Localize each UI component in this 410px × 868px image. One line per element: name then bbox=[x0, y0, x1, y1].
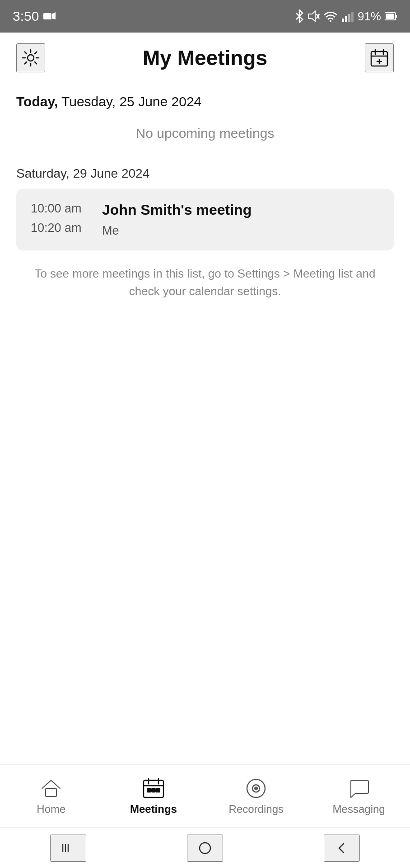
meeting-title: John Smith's meeting bbox=[102, 202, 379, 218]
home-button[interactable] bbox=[187, 835, 223, 862]
meeting-times: 10:00 am 10:20 am bbox=[31, 202, 89, 235]
settings-button[interactable] bbox=[16, 43, 45, 72]
recordings-icon bbox=[244, 777, 268, 800]
messaging-icon bbox=[347, 777, 371, 800]
svg-rect-25 bbox=[147, 788, 151, 792]
page-title: My Meetings bbox=[143, 46, 267, 70]
status-time: 3:50 bbox=[13, 9, 56, 24]
nav-item-recordings[interactable]: Recordings bbox=[229, 777, 284, 816]
nav-label-recordings: Recordings bbox=[229, 803, 284, 816]
nav-label-meetings: Meetings bbox=[130, 803, 177, 816]
meeting-host: Me bbox=[102, 224, 379, 238]
app-header: My Meetings bbox=[0, 33, 410, 80]
recent-apps-button[interactable] bbox=[50, 835, 86, 862]
svg-rect-37 bbox=[200, 843, 210, 854]
svg-rect-7 bbox=[345, 16, 347, 22]
today-date: Tuesday, 25 June 2024 bbox=[61, 94, 201, 109]
section-date-heading: Saturday, 29 June 2024 bbox=[16, 166, 394, 181]
svg-point-13 bbox=[28, 55, 34, 61]
battery-text: 91% bbox=[358, 9, 381, 24]
svg-marker-1 bbox=[52, 12, 56, 19]
status-icons: 91% bbox=[294, 9, 397, 24]
svg-rect-6 bbox=[342, 19, 344, 22]
meeting-card[interactable]: 10:00 am 10:20 am John Smith's meeting M… bbox=[16, 189, 394, 250]
svg-rect-9 bbox=[351, 12, 354, 22]
svg-rect-12 bbox=[386, 14, 394, 19]
wifi-icon bbox=[323, 10, 338, 22]
back-button[interactable] bbox=[324, 835, 360, 862]
bottom-nav: Home Meetings Recordings Messaging bbox=[0, 764, 410, 827]
svg-rect-8 bbox=[348, 14, 350, 22]
svg-marker-2 bbox=[308, 11, 315, 21]
battery-icon bbox=[385, 12, 397, 21]
svg-point-5 bbox=[330, 20, 331, 22]
meeting-end-time: 10:20 am bbox=[31, 221, 89, 235]
android-home-icon bbox=[197, 840, 213, 856]
meetings-icon bbox=[142, 777, 165, 800]
no-upcoming-meetings: No upcoming meetings bbox=[16, 126, 394, 141]
back-icon bbox=[334, 840, 350, 856]
mute-icon bbox=[308, 10, 320, 23]
add-meeting-button[interactable] bbox=[365, 43, 394, 72]
today-heading: Today, Tuesday, 25 June 2024 bbox=[16, 94, 394, 109]
status-bar: 3:50 91% bbox=[0, 0, 410, 33]
video-camera-icon bbox=[43, 11, 56, 21]
recent-apps-icon bbox=[60, 840, 76, 856]
signal-icon bbox=[341, 10, 354, 22]
meeting-details: John Smith's meeting Me bbox=[102, 202, 379, 238]
svg-rect-0 bbox=[43, 13, 51, 19]
nav-item-home[interactable]: Home bbox=[24, 777, 78, 816]
svg-rect-11 bbox=[396, 15, 397, 18]
gear-icon bbox=[21, 48, 41, 68]
android-nav-bar bbox=[0, 827, 410, 868]
home-icon bbox=[39, 777, 63, 800]
meeting-start-time: 10:00 am bbox=[31, 202, 89, 216]
svg-rect-20 bbox=[46, 788, 56, 797]
settings-hint: To see more meetings in this list, go to… bbox=[16, 265, 394, 300]
nav-label-home: Home bbox=[37, 803, 65, 816]
svg-point-30 bbox=[255, 787, 257, 790]
nav-item-meetings[interactable]: Meetings bbox=[126, 777, 181, 816]
nav-item-messaging[interactable]: Messaging bbox=[332, 777, 386, 816]
add-calendar-icon bbox=[369, 48, 389, 68]
main-content: Today, Tuesday, 25 June 2024 No upcoming… bbox=[0, 80, 410, 764]
svg-rect-27 bbox=[156, 788, 160, 792]
bluetooth-icon bbox=[294, 9, 304, 23]
svg-rect-26 bbox=[152, 788, 155, 792]
nav-label-messaging: Messaging bbox=[333, 803, 385, 816]
